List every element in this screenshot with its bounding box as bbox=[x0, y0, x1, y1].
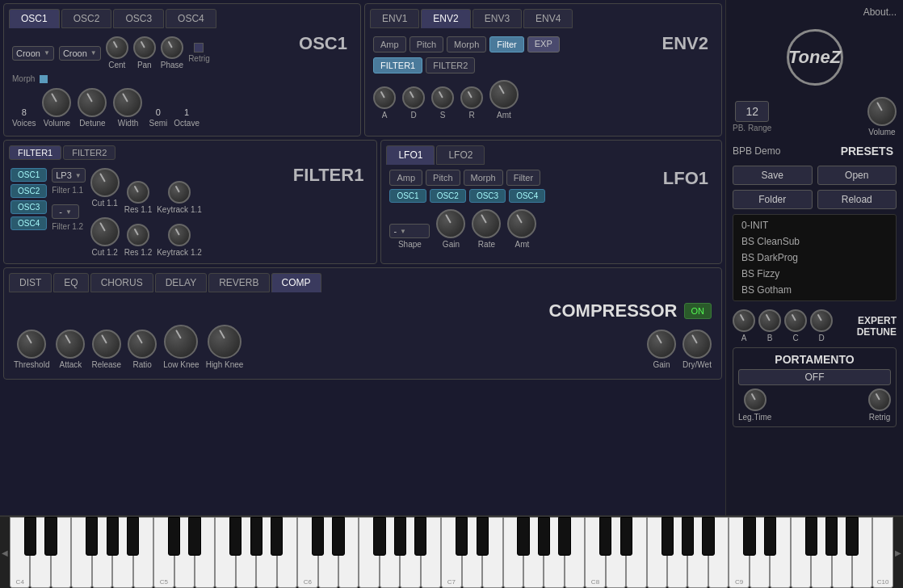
preset-item-3[interactable]: BS Fizzy bbox=[737, 267, 892, 281]
black-key[interactable] bbox=[44, 517, 57, 556]
env-a-knob[interactable] bbox=[373, 86, 396, 109]
comp-tab[interactable]: COMP bbox=[271, 273, 321, 292]
preset-item-0[interactable]: 0-INIT bbox=[737, 218, 892, 233]
preset-item-2[interactable]: BS DarkProg bbox=[737, 250, 892, 265]
black-key[interactable] bbox=[312, 517, 324, 556]
black-key[interactable] bbox=[599, 517, 611, 556]
tab-osc4[interactable]: OSC4 bbox=[166, 9, 216, 28]
black-key[interactable] bbox=[846, 517, 858, 556]
cut1-2-knob[interactable] bbox=[90, 217, 120, 246]
release-knob[interactable] bbox=[92, 330, 121, 359]
filter1-sub-tab[interactable]: FILTER1 bbox=[373, 57, 422, 74]
black-key[interactable] bbox=[188, 517, 200, 556]
delay-tab[interactable]: DELAY bbox=[155, 273, 207, 292]
cent-knob[interactable] bbox=[106, 36, 128, 59]
black-key[interactable] bbox=[24, 517, 36, 556]
piano-scroll-left[interactable]: ◀ bbox=[0, 517, 10, 588]
ratio-knob[interactable] bbox=[128, 330, 157, 359]
about-button[interactable]: About... bbox=[863, 6, 897, 18]
pan-knob[interactable] bbox=[133, 36, 156, 59]
wave1-dropdown[interactable]: Croon ▼ bbox=[12, 46, 54, 61]
black-key[interactable] bbox=[107, 517, 119, 556]
detune-d-knob[interactable] bbox=[810, 309, 833, 332]
detune-b-knob[interactable] bbox=[758, 309, 781, 332]
lfo1-tab[interactable]: LFO1 bbox=[386, 145, 435, 165]
off-btn[interactable]: OFF bbox=[738, 369, 891, 385]
black-key[interactable] bbox=[702, 517, 714, 556]
black-key[interactable] bbox=[394, 517, 406, 556]
lfo-amp-btn[interactable]: Amp bbox=[389, 170, 422, 186]
black-key[interactable] bbox=[805, 517, 817, 556]
drywet-knob[interactable] bbox=[682, 330, 712, 359]
filter-osc4-btn[interactable]: OSC4 bbox=[10, 216, 47, 230]
black-key[interactable] bbox=[538, 517, 550, 556]
env-r-knob[interactable] bbox=[460, 86, 483, 109]
folder-btn[interactable]: Folder bbox=[733, 190, 813, 209]
black-key[interactable] bbox=[168, 517, 180, 556]
retrig-checkbox[interactable] bbox=[194, 43, 204, 52]
black-key[interactable] bbox=[271, 517, 283, 556]
volume-sidebar-knob[interactable] bbox=[867, 97, 897, 126]
black-key[interactable] bbox=[743, 517, 755, 556]
detune-a-knob[interactable] bbox=[733, 309, 755, 332]
env-pitch-btn[interactable]: Pitch bbox=[410, 36, 443, 52]
lowknee-knob[interactable] bbox=[164, 325, 198, 359]
volume-knob[interactable] bbox=[42, 88, 71, 117]
preset-item-1[interactable]: BS CleanSub bbox=[737, 234, 892, 249]
filter1-tab[interactable]: FILTER1 bbox=[9, 145, 61, 160]
tab-osc3[interactable]: OSC3 bbox=[113, 9, 164, 28]
preset-item-4[interactable]: BS Gotham bbox=[737, 283, 892, 297]
leg-time-knob[interactable] bbox=[744, 388, 766, 411]
lfo-gain-knob[interactable] bbox=[436, 209, 465, 238]
reverb-tab[interactable]: REVERB bbox=[208, 273, 269, 292]
width-knob[interactable] bbox=[113, 88, 142, 117]
lfo-amt-knob[interactable] bbox=[507, 209, 536, 238]
res1-1-knob[interactable] bbox=[127, 181, 149, 204]
black-key[interactable] bbox=[620, 517, 632, 556]
morph-indicator[interactable] bbox=[40, 75, 48, 83]
reload-btn[interactable]: Reload bbox=[817, 190, 897, 209]
black-key[interactable] bbox=[558, 517, 570, 556]
res1-2-knob[interactable] bbox=[127, 224, 149, 246]
black-key[interactable] bbox=[662, 517, 674, 556]
chorus-tab[interactable]: CHORUS bbox=[90, 273, 153, 292]
env-d-knob[interactable] bbox=[402, 86, 425, 109]
lfo-pitch-btn[interactable]: Pitch bbox=[426, 170, 460, 186]
wave2-dropdown[interactable]: Croon ▼ bbox=[59, 46, 101, 61]
black-key[interactable] bbox=[127, 517, 139, 556]
filter-osc1-btn[interactable]: OSC1 bbox=[10, 168, 47, 182]
env-morph-btn[interactable]: Morph bbox=[447, 36, 486, 52]
filter2-sub-tab[interactable]: FILTER2 bbox=[426, 57, 475, 74]
lfo-osc3-btn[interactable]: OSC3 bbox=[469, 189, 506, 203]
phase-knob[interactable] bbox=[161, 36, 183, 59]
black-key[interactable] bbox=[250, 517, 262, 556]
filter1-2-dropdown[interactable]: - ▼ bbox=[52, 204, 79, 219]
threshold-knob[interactable] bbox=[17, 330, 46, 359]
black-key[interactable] bbox=[414, 517, 426, 556]
black-key[interactable] bbox=[332, 517, 344, 556]
lfo-shape-dropdown[interactable]: - ▼ bbox=[389, 224, 430, 238]
highknee-knob[interactable] bbox=[208, 325, 242, 359]
comp-on-btn[interactable]: ON bbox=[684, 303, 712, 319]
open-btn[interactable]: Open bbox=[817, 166, 897, 185]
black-key[interactable] bbox=[477, 517, 489, 556]
env-s-knob[interactable] bbox=[431, 86, 454, 109]
tab-env2[interactable]: ENV2 bbox=[421, 9, 470, 28]
tab-env4[interactable]: ENV4 bbox=[523, 9, 573, 28]
env-amt-knob[interactable] bbox=[489, 80, 519, 109]
cut1-1-knob[interactable] bbox=[90, 168, 120, 197]
save-btn[interactable]: Save bbox=[733, 166, 813, 185]
filter-osc3-btn[interactable]: OSC3 bbox=[10, 200, 47, 214]
portamento-retrig-knob[interactable] bbox=[868, 388, 891, 411]
lfo-morph-btn[interactable]: Morph bbox=[464, 170, 503, 186]
tab-osc2[interactable]: OSC2 bbox=[61, 9, 112, 28]
tab-env3[interactable]: ENV3 bbox=[472, 9, 522, 28]
attack-knob[interactable] bbox=[56, 330, 85, 359]
exp-btn[interactable]: EXP bbox=[527, 36, 560, 52]
keytrack1-1-knob[interactable] bbox=[168, 181, 191, 204]
keytrack1-2-knob[interactable] bbox=[168, 224, 191, 246]
eq-tab[interactable]: EQ bbox=[53, 273, 88, 292]
comp-gain-knob[interactable] bbox=[647, 330, 676, 359]
black-key[interactable] bbox=[682, 517, 694, 556]
env-filter-btn[interactable]: Filter bbox=[489, 36, 523, 52]
